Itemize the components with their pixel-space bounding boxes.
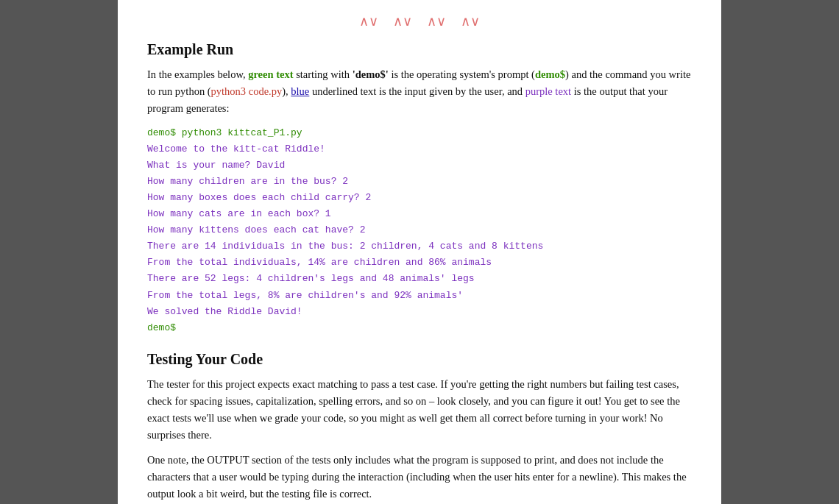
example-run-heading: Example Run — [147, 38, 692, 60]
code-line-13: demo$ — [147, 320, 692, 336]
example-run-section: Example Run In the examples below, green… — [147, 38, 692, 336]
intro-text-3: is the operating system's prompt ( — [389, 68, 535, 80]
main-page: ∧∨ ∧∨ ∧∨ ∧∨ Example Run In the examples … — [118, 0, 721, 504]
example-code-block: demo$ python3 kittcat_P1.py Welcome to t… — [147, 125, 692, 336]
code-line-6: How many cats are in each box? 1 — [147, 206, 692, 222]
testing-para1: The tester for this project expects exac… — [147, 376, 692, 444]
green-text-label: green text — [248, 68, 293, 80]
intro-text-1: In the examples below, — [147, 68, 248, 80]
code-line-11: From the total legs, 8% are children's a… — [147, 288, 692, 304]
nav-icon-4: ∧∨ — [461, 12, 480, 32]
code-line-10: There are 52 legs: 4 children's legs and… — [147, 271, 692, 287]
example-run-intro: In the examples below, green text starti… — [147, 66, 692, 118]
code-line-2: Welcome to the kitt-cat Riddle! — [147, 141, 692, 157]
testing-heading: Testing Your Code — [147, 348, 692, 370]
code-line-1: demo$ python3 kittcat_P1.py — [147, 125, 692, 141]
python-link[interactable]: python3 code.py — [211, 85, 283, 97]
nav-icon-2: ∧∨ — [393, 12, 412, 32]
code-line-4: How many children are in the bus? 2 — [147, 174, 692, 190]
code-line-12: We solved the Riddle David! — [147, 304, 692, 320]
top-nav: ∧∨ ∧∨ ∧∨ ∧∨ — [147, 15, 692, 28]
testing-section: Testing Your Code The tester for this pr… — [147, 348, 692, 504]
code-line-8: There are 14 individuals in the bus: 2 c… — [147, 238, 692, 255]
demo-link[interactable]: demo$ — [535, 68, 565, 80]
intro-text-5: ), — [282, 85, 291, 97]
demo-prompt-label: 'demo$' — [353, 68, 389, 80]
blue-word: blue — [291, 85, 309, 97]
nav-icon-1: ∧∨ — [359, 12, 378, 32]
purple-text-label: purple text — [525, 85, 571, 97]
intro-text-2: starting with — [294, 68, 353, 80]
intro-text-6: underlined text is the input given by th… — [309, 85, 525, 97]
code-line-7: How many kittens does each cat have? 2 — [147, 222, 692, 238]
testing-para2: One note, the OUTPUT section of the test… — [147, 452, 692, 503]
code-line-9: From the total individuals, 14% are chil… — [147, 255, 692, 271]
code-line-3: What is your name? David — [147, 157, 692, 174]
nav-icon-3: ∧∨ — [427, 12, 446, 32]
code-line-5: How many boxes does each child carry? 2 — [147, 190, 692, 206]
